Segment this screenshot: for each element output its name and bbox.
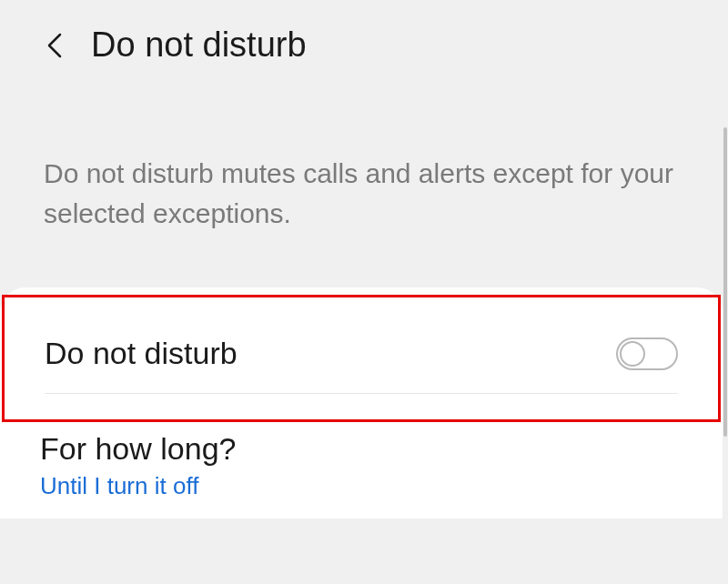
duration-label: For how long?	[40, 431, 682, 467]
duration-setting-row[interactable]: For how long? Until I turn it off	[0, 422, 723, 519]
highlight-annotation: Do not disturb	[2, 295, 721, 422]
dnd-setting-row[interactable]: Do not disturb	[5, 297, 718, 419]
header: Do not disturb	[0, 0, 728, 90]
dnd-toggle[interactable]	[616, 337, 678, 370]
description-text: Do not disturb mutes calls and alerts ex…	[0, 90, 728, 287]
scrollbar[interactable]	[723, 127, 727, 437]
page-title: Do not disturb	[91, 25, 307, 65]
dnd-label: Do not disturb	[45, 336, 238, 371]
duration-value: Until I turn it off	[40, 472, 682, 500]
back-icon[interactable]	[44, 35, 66, 56]
toggle-knob	[620, 341, 645, 367]
settings-list: Do not disturb For how long? Until I tur…	[0, 287, 723, 519]
